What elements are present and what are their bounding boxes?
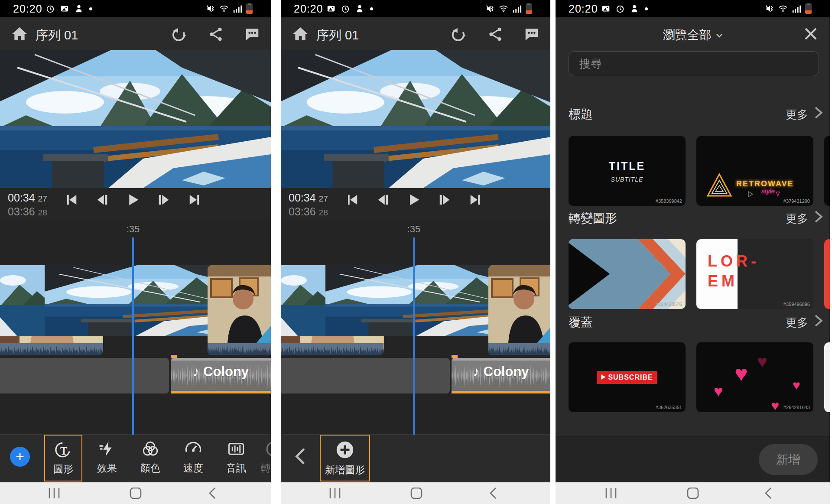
template-title-card[interactable]: TITLE SUBTITLE #358399842 xyxy=(569,136,686,206)
chevron-right-icon[interactable] xyxy=(812,314,824,327)
person-icon xyxy=(355,4,364,13)
share-button[interactable] xyxy=(487,26,504,42)
skip-start-button[interactable] xyxy=(65,193,78,206)
add-media-button[interactable]: + xyxy=(10,447,30,467)
playhead[interactable] xyxy=(413,237,415,435)
speed-icon xyxy=(184,440,202,458)
chevron-down-icon xyxy=(716,32,723,39)
video-clip-woman[interactable] xyxy=(208,265,271,355)
section-title-titles: 標題 xyxy=(569,106,593,123)
tool-audio[interactable]: 音訊 xyxy=(217,435,255,481)
card-text: SUBTITLE xyxy=(569,176,686,183)
color-icon xyxy=(141,440,159,458)
home-nav-button[interactable] xyxy=(410,488,423,499)
duration-frame: 28 xyxy=(38,208,47,217)
tool-graphics[interactable]: T 圖形 xyxy=(44,435,82,481)
step-forward-button[interactable] xyxy=(157,193,170,206)
playback-controls: 00:3427 03:3628 xyxy=(0,188,271,221)
timeline[interactable]: :35 xyxy=(0,221,271,435)
tool-effects[interactable]: 效果 xyxy=(88,435,126,481)
play-button[interactable] xyxy=(407,193,420,206)
signal-icon xyxy=(792,4,801,13)
template-id: #362635351 xyxy=(656,405,682,410)
status-bar: 20:20 xyxy=(281,0,550,17)
notification-dot-icon xyxy=(645,7,648,10)
svg-text:T: T xyxy=(60,445,67,457)
tool-label: 速度 xyxy=(174,462,212,475)
status-bar: 20:20 xyxy=(556,0,830,17)
recent-apps-button[interactable] xyxy=(328,488,341,499)
search-input[interactable] xyxy=(569,52,819,76)
template-card-partial[interactable] xyxy=(824,136,830,206)
more-link[interactable]: 更多 xyxy=(786,315,808,330)
back-nav-button[interactable] xyxy=(487,488,500,499)
home-button[interactable] xyxy=(11,25,28,42)
more-link[interactable]: 更多 xyxy=(786,211,808,226)
chevron-right-icon[interactable] xyxy=(812,106,824,119)
android-navbar xyxy=(0,482,271,504)
back-nav-button[interactable] xyxy=(762,488,775,499)
card-text: LOR- xyxy=(708,252,760,270)
skip-start-button[interactable] xyxy=(346,193,359,206)
video-clip-woman[interactable] xyxy=(488,265,550,355)
notification-dot-icon xyxy=(370,7,373,10)
step-back-button[interactable] xyxy=(96,193,109,206)
audio-track-empty[interactable] xyxy=(0,358,169,393)
skip-end-button[interactable] xyxy=(469,193,482,206)
battery-icon xyxy=(805,3,812,14)
status-time: 20:20 xyxy=(569,3,598,15)
playhead[interactable] xyxy=(132,237,134,435)
transitions-icon xyxy=(262,440,271,458)
chevron-right-icon[interactable] xyxy=(812,210,824,223)
undo-button[interactable] xyxy=(171,26,188,42)
battery-icon xyxy=(246,3,253,14)
tool-label: 顏色 xyxy=(131,462,169,475)
audio-track-empty[interactable] xyxy=(281,358,450,393)
recent-apps-button[interactable] xyxy=(604,488,618,499)
back-button[interactable] xyxy=(293,448,308,465)
home-nav-button[interactable] xyxy=(686,488,699,499)
add-graphic-button[interactable]: 新增圖形 xyxy=(320,435,370,481)
home-button[interactable] xyxy=(292,25,309,42)
music-note-icon: ♪ xyxy=(473,364,483,379)
template-card-partial[interactable] xyxy=(824,342,830,412)
playback-controls: 00:3427 03:3628 xyxy=(281,188,550,221)
wifi-icon xyxy=(219,4,229,13)
screenshot-icon xyxy=(326,4,336,13)
close-button[interactable] xyxy=(803,26,819,42)
heart-icon: ♥ xyxy=(793,378,800,393)
music-clip-colony[interactable]: ♪ Colony xyxy=(171,358,271,393)
template-id: #264281643 xyxy=(783,405,810,410)
step-forward-button[interactable] xyxy=(438,193,451,206)
template-lorem-card[interactable]: LOR-EM #359496896 xyxy=(696,239,813,309)
template-chevron-card[interactable]: #224428576 xyxy=(569,239,686,309)
alarm-icon xyxy=(615,4,625,13)
status-time: 20:20 xyxy=(294,3,323,15)
undo-button[interactable] xyxy=(451,26,467,42)
comment-button[interactable] xyxy=(244,26,260,42)
browse-all-dropdown[interactable]: 瀏覽全部 xyxy=(663,27,723,43)
template-card-partial[interactable] xyxy=(824,239,830,309)
template-hearts-card[interactable]: ♥ ♥ ♥ ♥ ♥ #264281643 xyxy=(696,342,813,412)
recent-apps-button[interactable] xyxy=(48,488,61,499)
template-retrowave-card[interactable]: RETROWAVE style #379431290 xyxy=(696,136,813,206)
back-nav-button[interactable] xyxy=(206,488,219,499)
step-back-button[interactable] xyxy=(377,193,390,206)
music-clip-colony[interactable]: ♪ Colony xyxy=(452,358,550,393)
signal-icon xyxy=(233,4,242,13)
share-button[interactable] xyxy=(208,26,224,42)
tool-speed[interactable]: 速度 xyxy=(174,435,212,481)
play-button[interactable] xyxy=(127,193,140,206)
tool-color[interactable]: 顏色 xyxy=(131,435,169,481)
home-nav-button[interactable] xyxy=(129,488,142,499)
more-link[interactable]: 更多 xyxy=(786,107,808,122)
comment-button[interactable] xyxy=(523,26,540,42)
android-navbar xyxy=(556,482,830,504)
skip-end-button[interactable] xyxy=(188,193,201,206)
tool-transitions[interactable]: 轉變 xyxy=(252,435,271,481)
timeline[interactable]: :35 xyxy=(281,221,550,435)
add-button[interactable]: 新增 xyxy=(759,444,818,475)
template-subscribe-card[interactable]: SUBSCRIBE #362635351 xyxy=(569,342,686,412)
editor-header: 序列 01 xyxy=(0,17,271,50)
music-note-icon: ♪ xyxy=(193,364,203,379)
